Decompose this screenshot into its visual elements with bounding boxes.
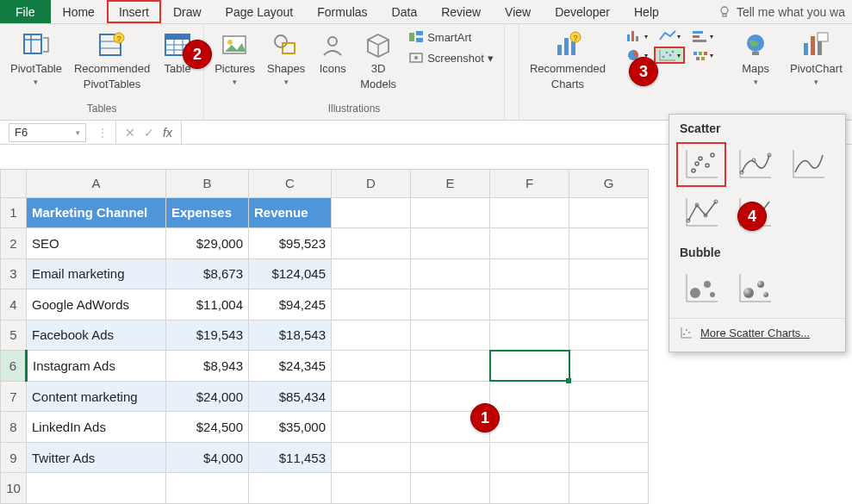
cell-C2[interactable]: $95,523 (249, 228, 332, 259)
cell[interactable] (490, 320, 569, 351)
tab-data[interactable]: Data (380, 0, 430, 23)
pivottable-button[interactable]: PivotTable ▾ (7, 28, 65, 88)
recommended-charts-button[interactable]: ? Recommended Charts (526, 28, 609, 92)
row-6[interactable]: 6 (1, 351, 27, 382)
cell-C6[interactable]: $24,345 (249, 351, 332, 382)
cell-B3[interactable]: $8,673 (166, 258, 249, 289)
cell-C4[interactable]: $94,245 (249, 289, 332, 320)
cell[interactable] (490, 228, 569, 259)
tab-file[interactable]: File (0, 0, 51, 23)
cell[interactable] (411, 442, 490, 473)
cell[interactable] (569, 258, 649, 289)
tab-draw[interactable]: Draw (161, 0, 214, 23)
cell-B1[interactable]: Expenses (166, 197, 249, 228)
scatter-smooth-lines-markers[interactable] (730, 142, 780, 187)
cell-C5[interactable]: $18,543 (249, 320, 332, 351)
cell[interactable] (411, 228, 490, 259)
cell-B6[interactable]: $8,943 (166, 351, 249, 382)
cell-B2[interactable]: $29,000 (166, 228, 249, 259)
maps-button[interactable]: Maps ▾ (737, 28, 774, 88)
cell-A5[interactable]: Facebook Ads (27, 320, 166, 351)
bar-chart-button[interactable]: ▾ (687, 28, 718, 45)
col-C[interactable]: C (249, 170, 332, 198)
row-5[interactable]: 5 (1, 320, 27, 351)
fx-icon[interactable]: fx (163, 126, 172, 140)
cell[interactable] (332, 289, 411, 320)
cell[interactable] (332, 412, 411, 443)
cell-C1[interactable]: Revenue (249, 197, 332, 228)
cell-B4[interactable]: $11,004 (166, 289, 249, 320)
cell[interactable] (569, 473, 649, 504)
tab-help[interactable]: Help (622, 0, 671, 23)
cell[interactable] (332, 320, 411, 351)
pictures-button[interactable]: Pictures ▾ (211, 28, 258, 88)
cell[interactable] (411, 320, 490, 351)
cell[interactable] (490, 197, 569, 228)
cell[interactable] (332, 197, 411, 228)
line-chart-button[interactable]: ▾ (654, 28, 685, 45)
cell[interactable] (569, 442, 649, 473)
cell-C3[interactable]: $124,045 (249, 258, 332, 289)
cell-A4[interactable]: Google AdWords (27, 289, 166, 320)
row-4[interactable]: 4 (1, 289, 27, 320)
cell[interactable] (332, 442, 411, 473)
tab-home[interactable]: Home (51, 0, 107, 23)
scatter-markers-only[interactable] (676, 142, 726, 187)
shapes-button[interactable]: Shapes ▾ (264, 28, 308, 88)
col-D[interactable]: D (332, 170, 411, 198)
cell[interactable] (332, 381, 411, 412)
cell-B7[interactable]: $24,000 (166, 381, 249, 412)
row-8[interactable]: 8 (1, 412, 27, 443)
cell[interactable] (490, 289, 569, 320)
col-A[interactable]: A (27, 170, 166, 198)
name-box[interactable]: F6 ▾ (9, 123, 86, 142)
cell[interactable] (411, 258, 490, 289)
cell[interactable] (411, 351, 490, 382)
cell[interactable] (490, 381, 569, 412)
cell-C9[interactable]: $11,453 (249, 442, 332, 473)
tab-page-layout[interactable]: Page Layout (214, 0, 306, 23)
surface-chart-button[interactable]: ▾ (687, 47, 718, 64)
tab-developer[interactable]: Developer (543, 0, 622, 23)
cell-A3[interactable]: Email marketing (27, 258, 166, 289)
cell[interactable] (569, 412, 649, 443)
tab-insert[interactable]: Insert (107, 0, 161, 23)
tab-review[interactable]: Review (429, 0, 493, 23)
cell-B8[interactable]: $24,500 (166, 412, 249, 443)
cell[interactable] (411, 197, 490, 228)
pivotchart-button[interactable]: PivotChart ▾ (787, 28, 846, 88)
row-1[interactable]: 1 (1, 197, 27, 228)
cell[interactable] (332, 228, 411, 259)
cell-A6[interactable]: Instagram Ads (27, 351, 166, 382)
bubble-chart[interactable] (676, 266, 726, 311)
scatter-chart-button[interactable]: ▾ (654, 47, 685, 64)
cell[interactable] (569, 351, 649, 382)
3d-models-button[interactable]: 3D Models (357, 28, 400, 92)
cell[interactable] (332, 473, 411, 504)
cell[interactable] (27, 473, 166, 504)
cell[interactable] (490, 473, 569, 504)
cell[interactable] (569, 289, 649, 320)
bubble-3d-chart[interactable] (730, 266, 780, 311)
more-scatter-charts[interactable]: More Scatter Charts... (669, 318, 845, 346)
screenshot-button[interactable]: Screenshot ▾ (405, 48, 497, 67)
scatter-smooth-lines[interactable] (783, 142, 833, 187)
cell[interactable] (569, 320, 649, 351)
smartart-button[interactable]: SmartArt (405, 28, 497, 47)
cell[interactable] (490, 258, 569, 289)
cell[interactable] (166, 473, 249, 504)
row-3[interactable]: 3 (1, 258, 27, 289)
row-9[interactable]: 9 (1, 442, 27, 473)
cell[interactable] (569, 381, 649, 412)
col-G[interactable]: G (569, 170, 649, 198)
cell[interactable] (490, 412, 569, 443)
enter-icon[interactable]: ✓ (144, 126, 154, 140)
column-chart-button[interactable]: ▾ (621, 28, 652, 45)
tab-formulas[interactable]: Formulas (305, 0, 379, 23)
cell-C8[interactable]: $35,000 (249, 412, 332, 443)
recommended-pivottables-button[interactable]: ? Recommended PivotTables (71, 28, 153, 92)
cell-B9[interactable]: $4,000 (166, 442, 249, 473)
select-all-corner[interactable] (1, 170, 27, 198)
cell[interactable] (249, 473, 332, 504)
tell-me-search[interactable]: Tell me what you wa (711, 0, 852, 23)
